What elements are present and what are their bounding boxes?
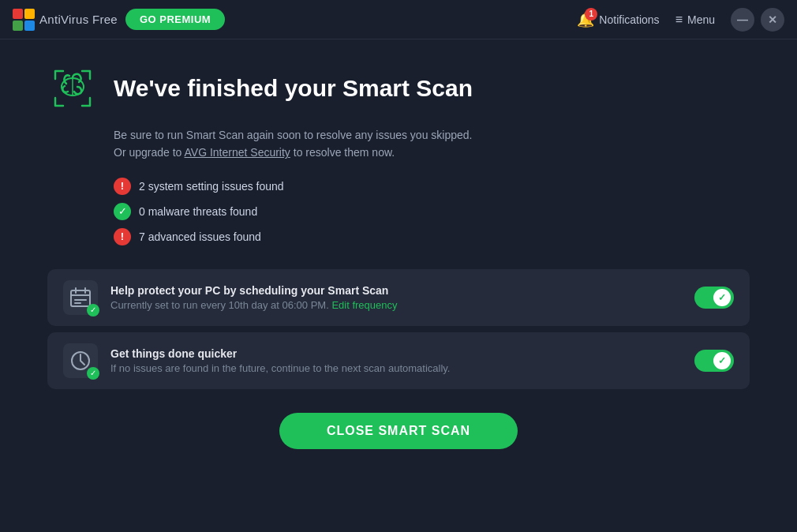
subtitle-line2-suffix: to resolve them now. bbox=[290, 146, 395, 159]
issue-text-0: 2 system setting issues found bbox=[139, 180, 284, 193]
window-close-button[interactable]: ✕ bbox=[761, 8, 784, 32]
issue-item-2: ! 7 advanced issues found bbox=[114, 228, 750, 245]
scan-subtitle: Be sure to run Smart Scan again soon to … bbox=[114, 126, 750, 162]
avg-internet-security-link[interactable]: AVG Internet Security bbox=[185, 146, 290, 159]
issue-text-1: 0 malware threats found bbox=[139, 205, 257, 218]
ok-icon-1: ✓ bbox=[114, 203, 131, 220]
minimize-button[interactable]: — bbox=[731, 8, 754, 32]
schedule-desc-prefix: Currently set to run every 10th day at 0… bbox=[110, 299, 331, 311]
menu-lines-icon: ≡ bbox=[675, 13, 683, 27]
quick-icon-wrap: ✓ bbox=[63, 343, 98, 378]
warning-icon-2: ! bbox=[114, 228, 131, 245]
toggle-check-icon: ✓ bbox=[718, 292, 726, 303]
quick-card-desc: If no issues are found in the future, co… bbox=[110, 362, 682, 374]
svg-rect-3 bbox=[24, 21, 35, 31]
svg-rect-0 bbox=[13, 9, 23, 19]
close-scan-wrap: CLOSE SMART SCAN bbox=[47, 408, 750, 449]
quick-card-title: Get things done quicker bbox=[110, 347, 682, 360]
app-name-label: AntiVirus Free bbox=[39, 13, 118, 26]
toggle-knob-quick: ✓ bbox=[713, 352, 731, 369]
warning-icon-0: ! bbox=[114, 178, 131, 195]
smart-scan-icon bbox=[47, 63, 98, 114]
issue-item-0: ! 2 system setting issues found bbox=[114, 178, 750, 195]
window-controls: — ✕ bbox=[731, 8, 784, 32]
menu-button[interactable]: ≡ Menu bbox=[675, 13, 715, 27]
schedule-card: ✓ Help protect your PC by scheduling you… bbox=[47, 269, 750, 326]
scan-title: We've finished your Smart Scan bbox=[114, 75, 473, 102]
bell-icon: 🔔 1 bbox=[577, 11, 594, 28]
scan-header: We've finished your Smart Scan bbox=[47, 63, 750, 114]
notification-badge: 1 bbox=[585, 8, 597, 21]
schedule-toggle[interactable]: ✓ bbox=[694, 287, 734, 309]
notifications-label: Notifications bbox=[599, 13, 659, 26]
quick-toggle[interactable]: ✓ bbox=[694, 350, 734, 372]
titlebar-right: 🔔 1 Notifications ≡ Menu — ✕ bbox=[577, 8, 784, 32]
issue-item-1: ✓ 0 malware threats found bbox=[114, 203, 750, 220]
avg-logo: AntiVirus Free bbox=[13, 9, 118, 31]
titlebar-left: AntiVirus Free GO PREMIUM bbox=[13, 9, 577, 31]
svg-rect-1 bbox=[24, 9, 35, 19]
schedule-card-desc: Currently set to run every 10th day at 0… bbox=[110, 299, 682, 311]
quick-desc-text: If no issues are found in the future, co… bbox=[110, 362, 450, 374]
close-smart-scan-button[interactable]: CLOSE SMART SCAN bbox=[279, 413, 518, 449]
schedule-icon-wrap: ✓ bbox=[63, 280, 98, 315]
menu-label: Menu bbox=[687, 13, 715, 26]
issue-text-2: 7 advanced issues found bbox=[139, 230, 261, 243]
toggle-check-icon-2: ✓ bbox=[718, 355, 726, 366]
clock-check-icon: ✓ bbox=[87, 367, 99, 380]
calendar-check-icon: ✓ bbox=[87, 304, 99, 317]
subtitle-line1: Be sure to run Smart Scan again soon to … bbox=[114, 129, 472, 141]
issues-list: ! 2 system setting issues found ✓ 0 malw… bbox=[114, 178, 750, 245]
svg-rect-2 bbox=[13, 21, 23, 31]
quick-card: ✓ Get things done quicker If no issues a… bbox=[47, 332, 750, 389]
main-content: We've finished your Smart Scan Be sure t… bbox=[0, 39, 797, 465]
go-premium-button[interactable]: GO PREMIUM bbox=[125, 9, 225, 30]
subtitle-line2-prefix: Or upgrade to bbox=[114, 146, 185, 159]
schedule-card-title: Help protect your PC by scheduling your … bbox=[110, 284, 682, 297]
schedule-cards: ✓ Help protect your PC by scheduling you… bbox=[47, 269, 750, 389]
edit-frequency-link[interactable]: Edit frequency bbox=[331, 299, 397, 311]
notifications-button[interactable]: 🔔 1 Notifications bbox=[577, 11, 659, 28]
quick-card-text: Get things done quicker If no issues are… bbox=[110, 347, 682, 374]
titlebar: AntiVirus Free GO PREMIUM 🔔 1 Notificati… bbox=[0, 0, 797, 39]
toggle-knob-schedule: ✓ bbox=[713, 289, 731, 306]
schedule-card-text: Help protect your PC by scheduling your … bbox=[110, 284, 682, 311]
avg-logo-icon bbox=[13, 9, 35, 31]
